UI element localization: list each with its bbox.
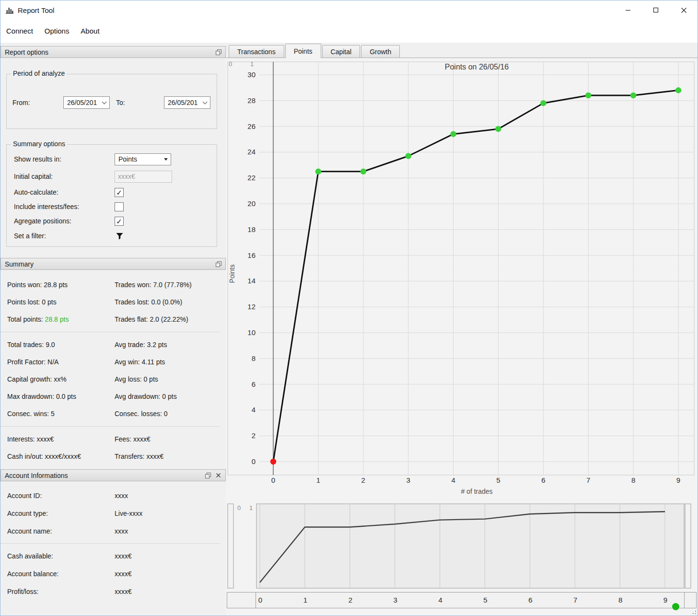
tab-growth[interactable]: Growth [361,45,400,58]
to-date-select[interactable]: 26/05/201 [164,96,210,109]
summary-title: Summary [5,260,34,268]
scrollbar-tick-label: 4 [438,596,442,604]
stat-interests: Interests: xxxx€ [7,435,115,443]
summary-row: Cash in/out: xxxx€/xxxx€ Transfers: xxxx… [0,448,226,465]
separator [0,332,220,332]
maximize-icon[interactable] [642,0,670,20]
close-icon[interactable] [670,0,698,20]
summary-row: Interests: xxxx€ Fees: xxxx€ [0,430,226,448]
scrollbar-tick-label: 6 [528,596,532,604]
points-chart[interactable]: 0246810121416182022242628300123456789Poi… [227,58,697,500]
window-title: Report Tool [18,6,54,14]
stat-consec-losses: Consec. losses: 0 [115,410,226,418]
svg-text:26: 26 [247,122,256,130]
include-interests-checkbox[interactable] [115,202,124,211]
svg-text:20: 20 [247,199,256,208]
from-date-value: 26/05/201 [67,99,97,106]
summary-row: Total points: 28.8 pts Trades flat: 2.0 … [0,311,226,328]
from-date-select[interactable]: 26/05/201 [63,96,110,109]
summary-content: Points won: 28.8 pts Trades won: 7.0 (77… [0,273,226,468]
svg-text:8: 8 [252,354,256,362]
svg-text:0: 0 [271,476,275,484]
stat-cash-in-out: Cash in/out: xxxx€/xxxx€ [7,453,115,460]
separator [0,543,220,544]
stat-trades-won: Trades won: 7.0 (77.78%) [115,281,226,289]
scrollbar-tick-label: 9 [663,596,667,604]
summary-options-title: Summary options [11,140,67,148]
overview-chart[interactable]: 01 [227,501,697,592]
app-icon [5,6,14,14]
svg-text:3: 3 [406,476,410,484]
account-balance-label: Account balance: [7,570,115,578]
initial-capital-label: Initial capital: [14,173,115,180]
auto-calculate-label: Auto-calculate: [14,188,115,196]
float-panel-icon[interactable] [214,48,222,56]
profit-loss-label: Profit/loss: [7,588,115,595]
svg-text:# of trades: # of trades [461,488,492,495]
stat-avg-drawdown: Avg drawdown: 0 pts [115,393,226,400]
svg-text:0: 0 [252,457,256,465]
account-row: Cash available: xxxx€ [0,547,226,565]
summary-row: Points lost: 0 pts Trades lost: 0.0 (0.0… [0,293,226,311]
profit-loss-value: xxxx€ [115,588,226,595]
svg-text:Points: Points [228,265,236,283]
summary-row: Total trades: 9.0 Avg trade: 3.2 pts [0,336,226,353]
tab-capital[interactable]: Capital [322,45,361,58]
report-options-dock-header: Report options [0,46,226,58]
summary-row: Max drawdown: 0.0 pts Avg drawdown: 0 pt… [0,388,226,405]
period-group-title: Period of analyze [11,70,67,77]
period-row: From: 26/05/201 To: 26/05/201 [7,96,217,109]
float-panel-icon[interactable] [204,472,212,479]
total-points-value: 28.8 pts [45,315,69,323]
svg-text:2: 2 [252,431,256,440]
scrollbar-tick-label: 7 [573,596,577,604]
account-info-title: Account Informations [5,472,68,479]
tab-transactions[interactable]: Transactions [229,45,284,58]
menu-options[interactable]: Options [40,24,74,37]
initial-capital-input[interactable] [115,171,172,183]
svg-text:Points on 26/05/16: Points on 26/05/16 [445,63,509,71]
menu-connect[interactable]: Connect [1,24,38,37]
agregate-positions-label: Agregate positions: [14,217,115,225]
summary-row: Profit Factor: N/A Avg win: 4.11 pts [0,353,226,371]
close-panel-icon[interactable] [214,472,222,479]
svg-text:7: 7 [586,476,590,484]
svg-text:9: 9 [676,476,680,484]
minimize-icon[interactable] [614,0,642,20]
stat-max-drawdown: Max drawdown: 0.0 pts [7,393,115,400]
float-panel-icon[interactable] [214,260,222,267]
from-label: From: [12,99,63,106]
svg-text:2: 2 [361,476,365,484]
summary-row: Points won: 28.8 pts Trades won: 7.0 (77… [0,276,226,293]
svg-text:0: 0 [237,504,241,511]
stat-avg-trade: Avg trade: 3.2 pts [115,341,226,349]
agregate-positions-checkbox[interactable]: ✓ [115,217,124,226]
scrollbar-tick-label: 8 [618,596,622,604]
menubar: Connect Options About [0,20,698,43]
chart-scrollbar[interactable]: 0123456789 [227,592,697,608]
stat-trades-flat: Trades flat: 2.0 (22.22%) [115,315,226,323]
svg-text:1: 1 [249,504,253,511]
filter-icon[interactable] [116,232,124,240]
svg-text:22: 22 [247,174,256,182]
stat-total-trades: Total trades: 9.0 [7,341,115,349]
report-tool-window: Report Tool Connect Options About Report… [0,0,698,616]
svg-text:6: 6 [541,476,545,484]
auto-calculate-checkbox[interactable]: ✓ [115,188,124,197]
svg-text:30: 30 [247,70,256,79]
tab-points[interactable]: Points [285,44,321,58]
include-interests-label: Include interests/fees: [14,203,115,210]
stat-points-lost: Points lost: 0 pts [7,298,115,306]
svg-text:10: 10 [247,328,256,337]
summary-row: Capital growth: xx% Avg loss: 0 pts [0,371,226,388]
show-results-select[interactable]: Points [115,153,171,165]
resize-grip[interactable] [695,613,696,614]
right-panel: Transactions Points Capital Growth 02468… [226,43,698,616]
menu-about[interactable]: About [76,24,104,37]
stat-profit-factor: Profit Factor: N/A [7,358,115,366]
account-name-label: Account name: [7,527,115,535]
svg-text:8: 8 [631,476,635,484]
show-results-label: Show results in: [14,155,115,163]
scrollbar-tick-label: 5 [483,596,487,604]
account-type-value: Live-xxxx [115,510,226,517]
